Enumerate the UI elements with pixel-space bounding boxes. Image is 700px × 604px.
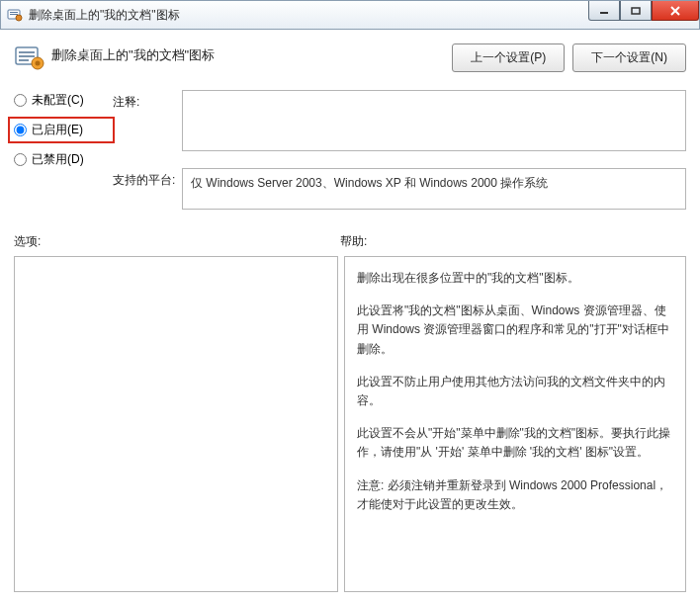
radio-disabled-label: 已禁用(D) [32,151,84,168]
radio-not-configured-label: 未配置(C) [32,92,84,109]
svg-point-13 [36,61,41,66]
options-section-label: 选项: [14,233,340,250]
maximize-button[interactable] [620,1,652,21]
window-controls [588,1,699,21]
radio-disabled-input[interactable] [14,153,27,166]
previous-setting-button[interactable]: 上一个设置(P) [452,43,565,72]
close-button[interactable] [652,1,699,21]
help-text: 此设置不会从"开始"菜单中删除"我的文档"图标。要执行此操作，请使用"从 '开始… [357,424,673,462]
svg-point-3 [16,15,22,21]
svg-rect-2 [10,14,18,15]
radio-not-configured-input[interactable] [14,94,27,107]
window-title: 删除桌面上的"我的文档"图标 [29,7,180,24]
svg-rect-1 [10,12,18,13]
policy-icon [14,43,45,71]
state-radio-group: 未配置(C) 已启用(E) 已禁用(D) [14,90,113,223]
svg-rect-11 [19,59,29,61]
next-setting-button[interactable]: 下一个设置(N) [572,43,686,72]
header-row: 删除桌面上的"我的文档"图标 上一个设置(P) 下一个设置(N) [14,43,686,72]
radio-not-configured[interactable]: 未配置(C) [14,92,113,109]
policy-small-icon [7,7,23,23]
policy-title: 删除桌面上的"我的文档"图标 [51,43,215,64]
titlebar: 删除桌面上的"我的文档"图标 [0,0,700,30]
help-text: 注意: 必须注销并重新登录到 Windows 2000 Professional… [357,476,673,514]
comment-textarea[interactable] [182,90,686,151]
help-panel: 删除出现在很多位置中的"我的文档"图标。 此设置将"我的文档"图标从桌面、Win… [344,256,686,592]
supported-platform-value: 仅 Windows Server 2003、Windows XP 和 Windo… [182,168,686,210]
svg-rect-4 [600,12,608,14]
radio-disabled[interactable]: 已禁用(D) [14,151,113,168]
minimize-button[interactable] [588,1,620,21]
comment-label: 注释: [113,90,182,154]
svg-rect-9 [19,51,35,53]
svg-rect-5 [632,8,640,14]
radio-enabled-label: 已启用(E) [32,122,83,138]
help-text: 删除出现在很多位置中的"我的文档"图标。 [357,269,673,288]
svg-rect-10 [19,55,35,57]
options-panel [14,256,338,592]
help-text: 此设置不防止用户使用其他方法访问我的文档文件夹中的内容。 [357,373,673,410]
radio-enabled[interactable]: 已启用(E) [8,117,115,143]
supported-platform-label: 支持的平台: [113,168,182,210]
help-section-label: 帮助: [340,233,367,250]
help-text: 此设置将"我的文档"图标从桌面、Windows 资源管理器、使用 Windows… [357,302,673,359]
radio-enabled-input[interactable] [14,124,27,136]
